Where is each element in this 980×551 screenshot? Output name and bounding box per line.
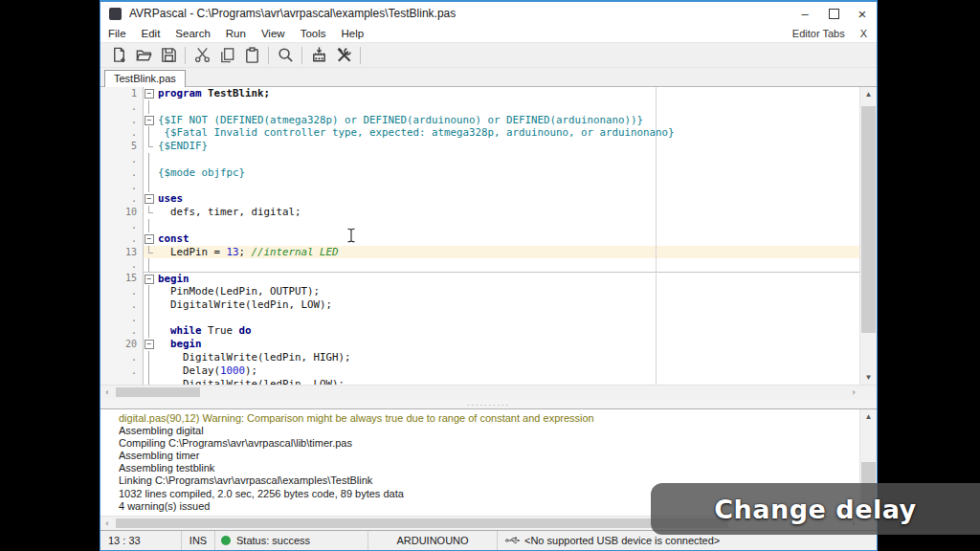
code-line[interactable]: . {$Fatal Invalid controller type, expec… (100, 126, 859, 140)
fold-collapse-icon[interactable]: − (144, 114, 155, 127)
code-text[interactable] (155, 258, 859, 272)
new-file-icon (110, 46, 128, 64)
code-text[interactable]: DigitalWrite(ledPin, LOW); (155, 378, 859, 385)
menu-view[interactable]: View (254, 28, 293, 39)
code-line[interactable]: .{$mode objfpc} (100, 166, 859, 180)
code-line[interactable]: . Delay(1000); (100, 364, 859, 378)
gutter-line-number: . (100, 312, 144, 325)
code-editor: 1−program TestBlink;..−{$IF NOT (DEFINED… (100, 87, 877, 399)
code-text[interactable]: DigitalWrite(ledPin, LOW); (155, 298, 859, 312)
code-line[interactable]: . DigitalWrite(ledPin, LOW); (100, 298, 859, 312)
gutter-line-number: . (100, 166, 144, 180)
fold-collapse-icon[interactable]: − (144, 232, 155, 246)
code-text[interactable]: Delay(1000); (155, 364, 859, 378)
open-file-button[interactable] (131, 45, 156, 66)
title-bar: AVRPascal - C:\Programs\avr\avrpascal\ex… (100, 2, 877, 25)
code-line[interactable]: 13 LedPin = 13; //internal LED (100, 246, 859, 259)
fold-margin (144, 246, 155, 259)
scroll-down-icon[interactable]: ▼ (860, 370, 877, 385)
code-text[interactable]: const (155, 232, 859, 246)
fold-collapse-icon[interactable]: − (144, 272, 155, 285)
menu-edit[interactable]: Edit (134, 28, 168, 39)
gutter-line-number: 10 (100, 206, 144, 219)
editor-vscroll-thumb[interactable] (861, 106, 876, 333)
code-line[interactable]: . (100, 312, 859, 325)
new-file-button[interactable] (106, 45, 131, 66)
code-line[interactable]: . DigitalWrite(ledPin, LOW); (100, 378, 859, 385)
code-text[interactable] (155, 153, 859, 166)
tab-testblink[interactable]: TestBlink.pas (104, 70, 186, 87)
code-line[interactable]: . (100, 180, 859, 193)
code-line[interactable]: 20− begin (100, 338, 859, 351)
gutter-line-number: . (100, 298, 144, 312)
code-text[interactable]: PinMode(LedPin, OUTPUT); (155, 285, 859, 298)
menu-help[interactable]: Help (333, 28, 371, 39)
copy-button[interactable] (214, 45, 239, 66)
menu-run[interactable]: Run (218, 28, 254, 39)
code-text[interactable]: LedPin = 13; //internal LED (155, 246, 859, 259)
code-text[interactable]: begin (155, 338, 859, 351)
paste-button[interactable] (239, 45, 264, 66)
gutter-line-number: . (100, 285, 144, 298)
find-button[interactable] (273, 45, 298, 66)
code-line[interactable]: 15−begin (100, 272, 859, 285)
code-line[interactable]: 1−program TestBlink; (100, 87, 859, 100)
code-text[interactable]: uses (155, 192, 859, 206)
code-line[interactable]: . (100, 100, 859, 114)
code-line[interactable]: . (100, 258, 859, 272)
code-text[interactable]: begin (155, 272, 859, 285)
close-button[interactable]: × (848, 2, 877, 25)
code-line[interactable]: 5{$ENDIF} (100, 140, 859, 153)
editor-vertical-scrollbar[interactable]: ▲ ▼ (859, 87, 877, 385)
code-line[interactable]: 10 defs, timer, digital; (100, 206, 859, 219)
scroll-right-icon[interactable]: › (847, 386, 860, 399)
code-line[interactable]: .−const (100, 232, 859, 246)
program-chip-button[interactable] (306, 45, 331, 66)
editor-tabs-close-button[interactable]: X (860, 28, 867, 39)
code-rows[interactable]: 1−program TestBlink;..−{$IF NOT (DEFINED… (100, 87, 859, 385)
code-text[interactable]: defs, timer, digital; (155, 206, 859, 219)
code-text[interactable]: {$IF NOT (DEFINED(atmega328p) or DEFINED… (155, 114, 859, 127)
menu-tools[interactable]: Tools (293, 28, 334, 39)
output-hscroll-thumb[interactable] (116, 518, 728, 528)
code-text[interactable] (155, 100, 859, 114)
code-text[interactable]: {$Fatal Invalid controller type, expecte… (155, 126, 859, 140)
code-line[interactable]: . PinMode(LedPin, OUTPUT); (100, 285, 859, 298)
cut-button[interactable] (189, 45, 214, 66)
panel-splitter[interactable] (100, 399, 877, 409)
scroll-left-icon[interactable]: ‹ (100, 517, 114, 530)
output-warning-line[interactable]: digital.pas(90,12) Warning: Comparison m… (119, 412, 859, 425)
scroll-up-icon[interactable]: ▲ (860, 87, 877, 101)
tab-label: TestBlink.pas (114, 73, 176, 84)
code-line[interactable]: . (100, 153, 859, 166)
code-text[interactable]: {$mode objfpc} (155, 166, 859, 180)
code-text[interactable]: while True do (155, 324, 859, 338)
code-text[interactable] (155, 219, 859, 232)
menu-search[interactable]: Search (167, 28, 217, 39)
toolbar-separator (301, 47, 302, 64)
code-line[interactable]: . while True do (100, 324, 859, 338)
code-text[interactable]: DigitalWrite(ledPin, HIGH); (155, 351, 859, 364)
menu-file[interactable]: File (100, 28, 134, 39)
scroll-up-icon[interactable]: ▲ (860, 409, 877, 424)
minimize-button[interactable]: – (791, 2, 819, 25)
scroll-left-icon[interactable]: ‹ (100, 386, 114, 399)
save-file-button[interactable] (156, 45, 181, 66)
editor-horizontal-scrollbar[interactable]: ‹ › (100, 385, 877, 399)
code-text[interactable] (155, 180, 859, 193)
gutter-line-number: . (100, 192, 144, 206)
code-text[interactable]: {$ENDIF} (155, 140, 859, 153)
editor-hscroll-thumb[interactable] (116, 387, 200, 397)
code-line[interactable]: .−uses (100, 192, 859, 206)
maximize-button[interactable] (819, 2, 848, 25)
fold-collapse-icon[interactable]: − (144, 192, 155, 206)
code-line[interactable]: . (100, 219, 859, 232)
fold-collapse-icon[interactable]: − (144, 87, 155, 100)
code-line[interactable]: . DigitalWrite(ledPin, HIGH); (100, 351, 859, 364)
code-text[interactable] (155, 312, 859, 325)
code-line[interactable]: .−{$IF NOT (DEFINED(atmega328p) or DEFIN… (100, 114, 859, 127)
maximize-icon (829, 9, 839, 19)
tools-button[interactable] (331, 45, 356, 66)
fold-collapse-icon[interactable]: − (144, 338, 155, 351)
code-text[interactable]: program TestBlink; (155, 87, 859, 100)
